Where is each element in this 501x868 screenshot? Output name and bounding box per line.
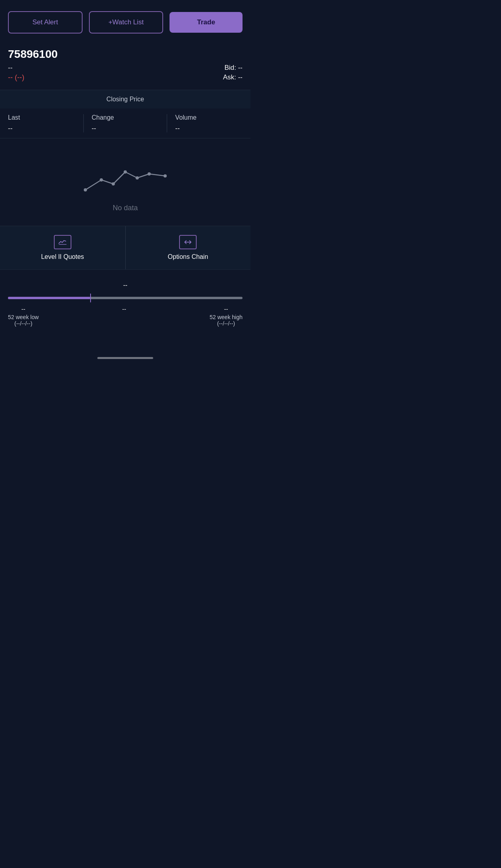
- ask-label: Ask:: [223, 73, 236, 81]
- range-high-value: --: [224, 306, 228, 312]
- arrows-icon: [183, 239, 193, 245]
- closing-price-label: Closing Price: [107, 96, 144, 103]
- chart-area: No data: [0, 138, 250, 226]
- stock-info-section: 75896100 -- -- (--) Bid: -- Ask: --: [0, 41, 250, 90]
- level2-label: Level II Quotes: [41, 253, 84, 260]
- action-buttons-row: Set Alert +Watch List Trade: [0, 0, 250, 41]
- right-prices: Bid: -- Ask: --: [223, 64, 243, 81]
- set-alert-button[interactable]: Set Alert: [8, 11, 83, 34]
- last-label: Last: [8, 114, 75, 121]
- price-pct: -- (--): [8, 73, 24, 82]
- ask-value: --: [238, 73, 243, 81]
- trade-button[interactable]: Trade: [170, 12, 243, 33]
- svg-point-6: [164, 174, 167, 178]
- range-low-label: 52 week low: [8, 314, 39, 320]
- volume-label: Volume: [175, 114, 243, 121]
- week-range-section: -- -- 52 week low (--/--/--) -- -- 52 we…: [0, 270, 250, 351]
- stat-volume: Volume --: [167, 114, 250, 132]
- svg-point-5: [148, 172, 151, 176]
- svg-point-3: [124, 170, 127, 174]
- options-label: Options Chain: [168, 253, 208, 260]
- stock-price-row: -- -- (--) Bid: -- Ask: --: [8, 64, 243, 82]
- bid-label: Bid:: [225, 64, 236, 71]
- stat-last: Last --: [0, 114, 84, 132]
- quick-links-section: Level II Quotes Options Chain: [0, 226, 250, 270]
- options-icon: [179, 235, 197, 249]
- range-high-label: 52 week high: [209, 314, 243, 320]
- stock-symbol: 75896100: [8, 48, 243, 61]
- left-prices: -- -- (--): [8, 64, 24, 82]
- app-container: Set Alert +Watch List Trade 75896100 -- …: [0, 0, 250, 362]
- level2-quotes-link[interactable]: Level II Quotes: [0, 226, 126, 269]
- range-bottom-labels: -- 52 week low (--/--/--) -- -- 52 week …: [8, 306, 243, 327]
- no-data-label: No data: [112, 204, 138, 212]
- chart-icon: [81, 156, 169, 200]
- chart-line-icon: [58, 239, 67, 245]
- change-label: Change: [92, 114, 159, 121]
- volume-value: --: [175, 124, 243, 132]
- level2-icon: [54, 235, 71, 249]
- range-indicator: [90, 294, 91, 302]
- change-value: --: [92, 124, 159, 132]
- range-fill: [8, 297, 90, 299]
- ask-display: Ask: --: [223, 73, 243, 81]
- range-center-value: --: [122, 306, 126, 312]
- bid-value: --: [238, 64, 243, 71]
- svg-point-1: [100, 178, 103, 181]
- stat-change: Change --: [84, 114, 168, 132]
- range-current-value: --: [123, 282, 128, 289]
- options-chain-link[interactable]: Options Chain: [126, 226, 251, 269]
- svg-point-4: [136, 176, 139, 180]
- range-track: [8, 297, 243, 299]
- range-low-section: -- 52 week low (--/--/--): [8, 306, 39, 327]
- svg-point-0: [84, 188, 87, 191]
- price-change: --: [8, 64, 24, 72]
- range-current-container: --: [8, 282, 243, 289]
- range-high-date: (--/--/--): [217, 320, 235, 327]
- bid-display: Bid: --: [223, 64, 243, 72]
- range-low-value: --: [22, 306, 26, 312]
- closing-price-bar: Closing Price: [0, 90, 250, 108]
- home-bar: [97, 357, 153, 359]
- range-high-section: -- 52 week high (--/--/--): [209, 306, 243, 327]
- last-value: --: [8, 124, 75, 132]
- range-low-date: (--/--/--): [14, 320, 32, 327]
- watch-list-button[interactable]: +Watch List: [89, 11, 164, 34]
- home-indicator: [0, 351, 250, 362]
- range-bar-container: -- 52 week low (--/--/--) -- -- 52 week …: [8, 297, 243, 327]
- svg-point-2: [112, 182, 115, 185]
- stats-row: Last -- Change -- Volume --: [0, 108, 250, 138]
